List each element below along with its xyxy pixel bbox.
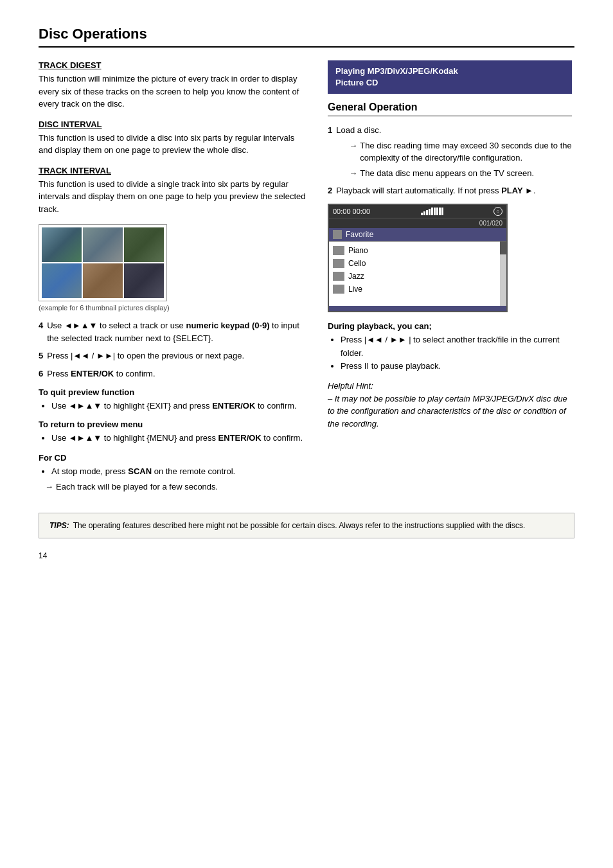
tv-content: Piano Cello Jazz Live	[329, 242, 506, 306]
tips-box: TIPS:The operating features described he…	[39, 513, 574, 538]
right-step-2: 2 Playback will start automatically. If …	[328, 184, 572, 197]
arrow-1b: The data disc menu appears on the TV scr…	[349, 167, 572, 180]
quit-preview-item: Use ◄►▲▼ to highlight {EXIT} and press E…	[51, 400, 308, 413]
tv-item-cello: Cello	[329, 257, 500, 270]
disc-interval-body: This function is used to divide a disc i…	[39, 132, 308, 157]
tips-text: The operating features described here mi…	[73, 521, 526, 530]
left-column: TRACK DIGEST This function will minimize…	[39, 60, 308, 493]
thumb-4	[42, 263, 82, 298]
thumb-2	[83, 227, 123, 262]
during-bullet-2: Press II to pause playback.	[341, 360, 572, 373]
during-playback-heading: During playback, you can;	[328, 321, 572, 331]
for-cd-heading: For CD	[39, 453, 308, 463]
tv-signal	[421, 208, 443, 215]
tv-scrollbar-thumb	[500, 242, 506, 254]
quit-preview-list: Use ◄►▲▼ to highlight {EXIT} and press E…	[51, 400, 308, 413]
tv-item-icon-piano	[333, 246, 344, 255]
tv-scrollbar	[500, 242, 506, 306]
thumb-1	[42, 227, 82, 262]
thumb-3	[124, 227, 164, 262]
during-playback-list: Press |◄◄ / ►► | to select another track…	[341, 333, 572, 373]
tv-list: Piano Cello Jazz Live	[329, 242, 500, 306]
return-preview-item: Use ◄►▲▼ to highlight {MENU} and press E…	[51, 432, 308, 445]
disc-interval-heading: DISC INTERVAL	[39, 120, 308, 129]
tv-favorite-bar: Favorite	[329, 228, 506, 242]
tv-circle-icon: ○	[493, 207, 502, 216]
during-playback: During playback, you can; Press |◄◄ / ►►…	[328, 321, 572, 373]
step-5: 5 Press |◄◄ / ►►| to open the previous o…	[39, 350, 308, 362]
mp3-line2: Picture CD	[335, 78, 378, 87]
step-6: 6 Press ENTER/OK to confirm.	[39, 368, 308, 380]
return-preview-list: Use ◄►▲▼ to highlight {MENU} and press E…	[51, 432, 308, 445]
tv-favorite-icon	[333, 230, 342, 239]
for-cd-list: At stop mode, press SCAN on the remote c…	[51, 465, 308, 479]
tv-top-bar: 00:00 00:00 ○	[329, 205, 506, 218]
page-number: 14	[39, 551, 574, 560]
arrow-1a: The disc reading time may exceed 30 seco…	[349, 139, 572, 164]
thumbnail-grid	[39, 224, 167, 301]
step-4: 4 Use ◄►▲▼ to select a track or use nume…	[39, 319, 308, 344]
for-cd-item-1: At stop mode, press SCAN on the remote c…	[51, 465, 308, 479]
tv-screen: 00:00 00:00 ○ 001/020 Favorite	[328, 204, 508, 312]
right-column: Playing MP3/DivX/JPEG/Kodak Picture CD G…	[328, 60, 572, 493]
helpful-hint: Helpful Hint: – It may not be possible t…	[328, 380, 572, 430]
return-preview-heading: To return to preview menu	[39, 420, 308, 429]
tv-favorite-label: Favorite	[346, 230, 373, 239]
quit-preview-heading: To quit preview function	[39, 387, 308, 397]
tv-item-piano: Piano	[329, 244, 500, 257]
tv-item-jazz: Jazz	[329, 270, 500, 283]
mp3-box: Playing MP3/DivX/JPEG/Kodak Picture CD	[328, 60, 572, 94]
track-digest-heading: TRACK DIGEST	[39, 60, 308, 70]
thumb-6	[124, 263, 164, 298]
tips-label: TIPS:	[49, 521, 69, 530]
tv-item-icon-live	[333, 285, 344, 294]
for-cd-arrow: Each track will be played for a few seco…	[45, 481, 308, 493]
right-step-1: 1 Load a disc. The disc reading time may…	[328, 124, 572, 179]
tv-item-icon-cello	[333, 259, 344, 268]
tv-time: 00:00 00:00	[333, 208, 370, 215]
thumb-5	[83, 263, 123, 298]
general-op-heading: General Operation	[328, 102, 572, 116]
tv-bottom-bar	[329, 306, 506, 311]
tv-item-live: Live	[329, 283, 500, 296]
tv-track-num: 001/020	[329, 218, 506, 228]
page-title: Disc Operations	[39, 26, 574, 48]
mp3-line1: Playing MP3/DivX/JPEG/Kodak	[335, 66, 458, 76]
track-digest-body: This function will minimize the picture …	[39, 73, 308, 111]
helpful-hint-text: – It may not be possible to play certain…	[328, 394, 567, 429]
helpful-hint-heading: Helpful Hint:	[328, 381, 373, 391]
track-interval-heading: TRACK INTERVAL	[39, 166, 308, 175]
thumb-caption: (example for 6 thumbnail pictures displa…	[39, 304, 308, 312]
during-bullet-1: Press |◄◄ / ►► | to select another track…	[341, 333, 572, 360]
track-interval-body: This function is used to divide a single…	[39, 178, 308, 216]
tv-item-icon-jazz	[333, 272, 344, 281]
